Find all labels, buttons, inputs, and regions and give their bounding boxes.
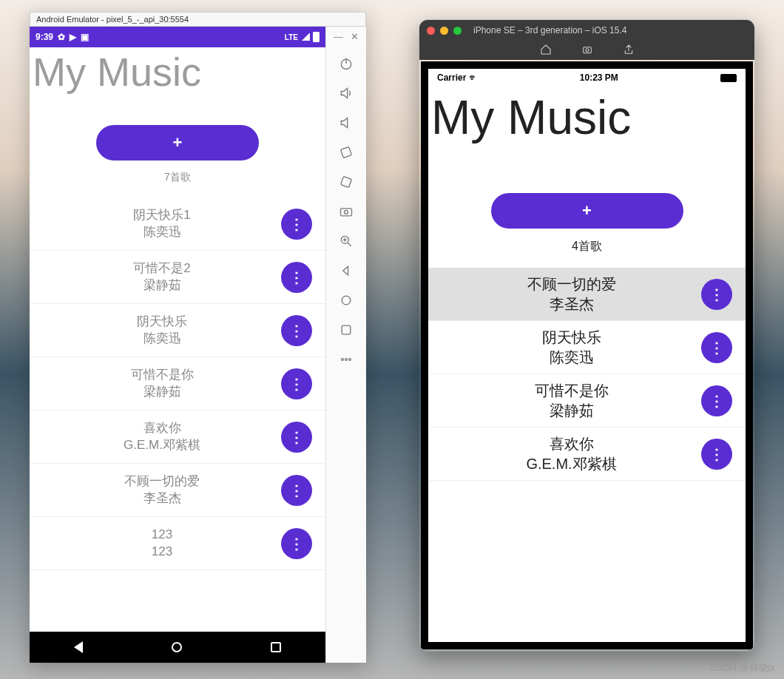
rotate-left-icon[interactable] (331, 138, 362, 166)
close-icon[interactable] (427, 27, 435, 35)
nav-home-button[interactable] (172, 642, 182, 652)
song-more-button[interactable]: ⋮ (281, 475, 312, 506)
song-count-label: 4首歌 (428, 239, 746, 254)
song-more-button[interactable]: ⋮ (281, 209, 312, 240)
traffic-lights[interactable] (427, 27, 462, 35)
song-row[interactable]: 不顾一切的爱李圣杰⋮ (428, 268, 746, 321)
plus-icon: + (173, 133, 183, 152)
battery-icon (720, 74, 737, 82)
android-window-title: Android Emulator - pixel_5_-_api_30:5554 (36, 15, 189, 24)
page-title: My Music (428, 87, 746, 141)
svg-point-16 (586, 48, 589, 51)
share-icon[interactable] (623, 44, 635, 58)
svg-point-13 (345, 359, 348, 361)
ios-phone-frame: Carrier ᯤ 10:23 PM My Music + 4首歌 不顾一切的爱… (421, 61, 753, 649)
signal-icon (301, 33, 310, 41)
song-row[interactable]: 喜欢你G.E.M.邓紫棋⋮ (428, 428, 746, 481)
song-more-button[interactable]: ⋮ (281, 528, 312, 559)
android-window-titlebar[interactable]: Android Emulator - pixel_5_-_api_30:5554 (30, 12, 366, 27)
song-more-button[interactable]: ⋮ (701, 439, 732, 470)
maximize-icon[interactable] (453, 27, 462, 35)
ios-window-title: iPhone SE – 3rd generation – iOS 15.4 (473, 25, 626, 36)
android-nav-bar (30, 632, 325, 663)
svg-point-10 (342, 296, 351, 305)
song-row[interactable]: 不顾一切的爱李圣杰⋮ (30, 464, 325, 517)
gear-icon: ✿ (58, 32, 65, 42)
song-text: 阴天快乐陈奕迅 (442, 328, 701, 368)
carrier-label: Carrier (437, 72, 466, 83)
song-text: 阴天快乐陈奕迅 (43, 314, 281, 348)
song-list: 不顾一切的爱李圣杰⋮阴天快乐陈奕迅⋮可惜不是你梁静茹⋮喜欢你G.E.M.邓紫棋⋮ (428, 268, 746, 642)
song-row[interactable]: 可惜不是你梁静茹⋮ (30, 357, 325, 411)
back-icon[interactable] (331, 257, 362, 285)
screenshot-icon[interactable] (331, 316, 362, 344)
plus-icon: + (582, 201, 592, 220)
svg-rect-15 (583, 47, 591, 53)
page-title: My Music (30, 47, 325, 92)
svg-point-14 (349, 359, 351, 361)
song-more-button[interactable]: ⋮ (281, 422, 312, 453)
song-row[interactable]: 阴天快乐1陈奕迅⋮ (30, 197, 325, 251)
android-status-bar: 9:39 ✿ ▶ ▣ LTE (30, 27, 325, 47)
svg-line-7 (348, 243, 351, 246)
song-text: 可惜不是2梁静茹 (43, 260, 281, 294)
song-row[interactable]: 可惜不是你梁静茹⋮ (428, 374, 746, 428)
overview-icon[interactable] (331, 286, 362, 314)
song-row[interactable]: 喜欢你G.E.M.邓紫棋⋮ (30, 411, 325, 464)
svg-rect-2 (341, 147, 352, 158)
minimize-icon[interactable] (440, 27, 448, 35)
svg-rect-3 (341, 177, 352, 188)
song-row[interactable]: 123123⋮ (30, 517, 325, 570)
song-text: 喜欢你G.E.M.邓紫棋 (43, 420, 281, 454)
ios-window-titlebar[interactable]: iPhone SE – 3rd generation – iOS 15.4 (419, 20, 754, 41)
shield-icon: ▶ (70, 32, 76, 42)
power-icon[interactable] (331, 50, 362, 78)
song-more-button[interactable]: ⋮ (701, 385, 732, 416)
ios-simulator-window: iPhone SE – 3rd generation – iOS 15.4 Ca… (419, 19, 755, 652)
status-time: 9:39 (36, 32, 53, 42)
status-network: LTE (285, 33, 298, 41)
add-song-button[interactable]: + (96, 125, 259, 161)
add-song-button[interactable]: + (491, 193, 683, 229)
window-close-button[interactable]: ✕ (351, 31, 359, 42)
volume-up-icon[interactable] (331, 79, 362, 107)
bug-icon: ▣ (81, 32, 89, 42)
watermark: CSDN @林晓lx (709, 661, 775, 675)
song-count-label: 7首歌 (30, 171, 325, 184)
screenshot-icon[interactable] (581, 44, 593, 58)
home-icon[interactable] (540, 44, 552, 58)
song-more-button[interactable]: ⋮ (281, 262, 312, 293)
svg-point-12 (342, 359, 344, 361)
song-text: 可惜不是你梁静茹 (442, 381, 701, 421)
nav-back-button[interactable] (74, 641, 83, 653)
volume-down-icon[interactable] (331, 109, 362, 137)
svg-rect-11 (342, 325, 351, 334)
song-text: 阴天快乐1陈奕迅 (43, 207, 281, 241)
song-row[interactable]: 阴天快乐陈奕迅⋮ (428, 321, 746, 374)
song-more-button[interactable]: ⋮ (701, 279, 732, 310)
android-emulator-window: Android Emulator - pixel_5_-_api_30:5554… (30, 12, 366, 663)
song-more-button[interactable]: ⋮ (281, 368, 312, 399)
nav-recent-button[interactable] (271, 642, 281, 652)
ios-status-bar: Carrier ᯤ 10:23 PM (428, 69, 746, 87)
battery-icon (313, 32, 320, 42)
camera-icon[interactable] (331, 197, 362, 226)
song-text: 不顾一切的爱李圣杰 (43, 473, 281, 507)
ios-toolbar (419, 41, 754, 60)
status-time: 10:23 PM (478, 72, 720, 83)
song-text: 不顾一切的爱李圣杰 (442, 274, 701, 314)
song-text: 喜欢你G.E.M.邓紫棋 (442, 434, 701, 474)
rotate-right-icon[interactable] (331, 168, 362, 196)
song-text: 123123 (43, 527, 281, 561)
song-row[interactable]: 可惜不是2梁静茹⋮ (30, 251, 325, 304)
song-row[interactable]: 阴天快乐陈奕迅⋮ (30, 304, 325, 357)
song-more-button[interactable]: ⋮ (701, 332, 732, 363)
song-more-button[interactable]: ⋮ (281, 315, 312, 346)
svg-point-5 (345, 210, 348, 214)
wifi-icon: ᯤ (469, 72, 478, 83)
more-icon[interactable] (331, 345, 362, 374)
song-text: 可惜不是你梁静茹 (43, 367, 281, 401)
window-minimize-button[interactable]: — (334, 31, 343, 42)
zoom-in-icon[interactable] (331, 227, 362, 255)
emulator-side-toolbar: — ✕ (325, 27, 366, 663)
